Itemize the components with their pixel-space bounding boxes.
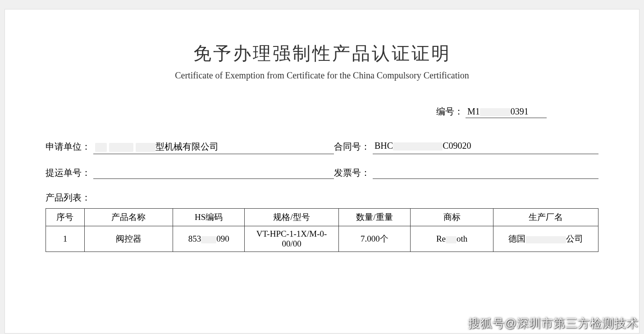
- applicant-value: 型机械有限公司: [93, 141, 334, 154]
- contract-value: BHCC09020: [373, 141, 598, 154]
- table-header-row: 序号 产品名称 HS编码 规格/型号 数量/重量 商标 生产厂名: [46, 209, 598, 226]
- info-row-2: 提运单号： 发票号：: [46, 167, 598, 179]
- applicant-label: 申请单位：: [46, 141, 91, 154]
- document-number-row: 编号： M10391: [46, 105, 598, 118]
- cell-hs: 853090: [173, 226, 244, 252]
- col-seq: 序号: [46, 209, 85, 226]
- docno-value: M10391: [466, 106, 547, 118]
- docno-label: 编号：: [436, 105, 463, 118]
- table-row: 1 阀控器 853090 VT-HPC-1-1X/M-0-00/00 7.000…: [46, 226, 598, 252]
- cell-model: VT-HPC-1-1X/M-0-00/00: [245, 226, 338, 252]
- products-table: 序号 产品名称 HS编码 规格/型号 数量/重量 商标 生产厂名 1 阀控器 8…: [46, 208, 598, 252]
- certificate-page: 免予办理强制性产品认证证明 Certificate of Exemption f…: [5, 9, 639, 334]
- contract-label: 合同号：: [334, 141, 370, 154]
- cell-name: 阀控器: [84, 226, 173, 252]
- col-qty: 数量/重量: [338, 209, 410, 226]
- cell-mfr: 德国公司: [493, 226, 598, 252]
- col-hs: HS编码: [173, 209, 244, 226]
- watermark-text: 搜狐号@深圳市第三方检测技术: [468, 316, 639, 331]
- bill-value: [93, 167, 334, 179]
- bill-label: 提运单号：: [46, 167, 91, 179]
- cell-qty: 7.000个: [338, 226, 410, 252]
- invoice-label: 发票号：: [334, 167, 370, 179]
- product-list-label: 产品列表：: [46, 192, 598, 204]
- title-chinese: 免予办理强制性产品认证证明: [46, 41, 598, 66]
- cell-brand: Reoth: [411, 226, 493, 252]
- col-mfr: 生产厂名: [493, 209, 598, 226]
- title-english: Certificate of Exemption from Certificat…: [46, 70, 598, 81]
- col-name: 产品名称: [84, 209, 173, 226]
- info-row-1: 申请单位： 型机械有限公司 合同号： BHCC09020: [46, 141, 598, 154]
- invoice-value: [373, 167, 598, 179]
- cell-seq: 1: [46, 226, 85, 252]
- col-brand: 商标: [411, 209, 493, 226]
- col-model: 规格/型号: [245, 209, 338, 226]
